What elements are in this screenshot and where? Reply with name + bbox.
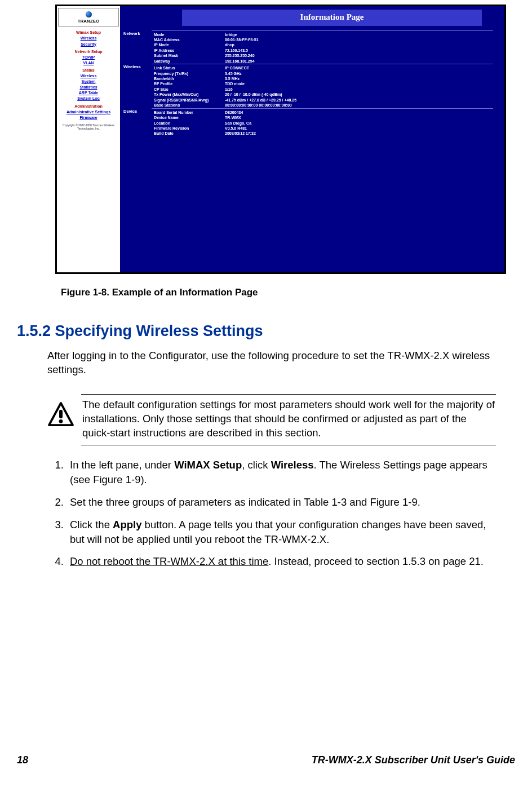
v-subnet: 255.255.255.240: [225, 53, 493, 58]
section-wireless-label: Wireless: [120, 64, 152, 70]
k-build: Build Date: [152, 131, 225, 136]
logo: TRANZEO: [58, 8, 119, 26]
nav-vlan[interactable]: VLAN: [58, 60, 119, 65]
warning-icon: [47, 401, 74, 428]
step-1: In the left pane, under WiMAX Setup, cli…: [66, 458, 497, 487]
step-2: Set the three groups of parameters as in…: [66, 495, 497, 510]
v-build: 2008/03/12 17:32: [225, 131, 493, 136]
k-bw: Bandwidth: [152, 76, 225, 81]
v-dname: TR-WMX: [225, 115, 493, 120]
screenshot-main: Information Page Network Modebridge MAC …: [120, 6, 504, 272]
k-cp: CP Size: [152, 87, 225, 92]
nav-head-wimax: Wimax Setup: [58, 30, 119, 35]
page-footer: 18 TR-WMX-2.X Subscriber Unit User's Gui…: [17, 754, 515, 767]
section-device-label: Device: [120, 108, 152, 114]
nav-tcpip[interactable]: TCP/IP: [58, 55, 119, 60]
nav-arp[interactable]: ARP Table: [58, 90, 119, 95]
nav-wireless2[interactable]: Wireless: [58, 73, 119, 78]
nav-wireless[interactable]: Wireless: [58, 36, 119, 41]
k-freq: Frequency (Tx/Rx): [152, 71, 225, 76]
k-sig: Signal (RSSI/CINR/SNR/Avrg): [152, 98, 225, 103]
v-freq: 3.45 GHz: [225, 71, 493, 76]
step-1d: Wireless: [271, 459, 314, 471]
v-txp: 20 / -10 / -10.0 dBm (-40 qdBm): [225, 92, 493, 97]
footer-page-number: 18: [17, 754, 28, 767]
k-dname: Device Name: [152, 115, 225, 120]
logo-icon: [86, 11, 92, 17]
steps-list: In the left pane, under WiMAX Setup, cli…: [51, 458, 497, 569]
step-1b: WiMAX Setup: [174, 459, 242, 471]
footer-doc-title: TR-WMX-2.X Subscriber Unit User's Guide: [312, 754, 515, 767]
step-4a: Do not reboot the TR-WMX-2.X at this tim…: [70, 555, 268, 567]
k-subnet: Subnet Mask: [152, 53, 225, 58]
k-fw: Firmware Revision: [152, 126, 225, 131]
step-3b: Apply: [113, 519, 141, 530]
step-4: Do not reboot the TR-WMX-2.X at this tim…: [66, 554, 497, 569]
nav-head-admin: Administration: [58, 104, 119, 109]
v-gateway: 192.168.101.254: [225, 59, 493, 64]
note-box: The default configuration settings for m…: [47, 394, 496, 445]
section-network: Network Modebridge MAC Address00:01:38:F…: [120, 30, 493, 64]
nav-head-status: Status: [58, 68, 119, 73]
k-loc: Location: [152, 121, 225, 126]
step-3a: Click the: [70, 519, 113, 530]
note-rule-bottom: [81, 445, 496, 445]
figure-caption: Figure 1-8. Example of an Information Pa…: [61, 286, 515, 299]
k-mac: MAC Address: [152, 37, 225, 42]
v-sig: -41.75 dBm / +27.0 dB / +29.25 / +40.25: [225, 98, 493, 103]
v-base: 00:00:00:00:00:00 00:00:00:00:00:00: [225, 103, 493, 108]
v-mode: bridge: [225, 32, 493, 37]
nav-firmware[interactable]: Firmware: [58, 115, 119, 120]
v-rf: TDD mode: [225, 81, 493, 86]
screenshot-sidebar: TRANZEO Wimax Setup Wireless Security Ne…: [57, 6, 120, 272]
k-ipaddr: IP Address: [152, 48, 225, 53]
nav-security[interactable]: Security: [58, 42, 119, 47]
v-ipmode: dhcp: [225, 42, 493, 47]
step-3: Click the Apply button. A page tells you…: [66, 518, 497, 547]
v-fw: V0.5.0 R481: [225, 126, 493, 131]
v-link: IP CONNECT: [225, 65, 493, 70]
section-device: Device Board Serial NumberD8200434 Devic…: [120, 108, 493, 136]
svg-point-2: [59, 419, 63, 423]
step-4b: . Instead, proceed to section 1.5.3 on p…: [268, 555, 484, 567]
section-heading: 1.5.2 Specifying Wireless Settings: [17, 321, 515, 341]
step-1a: In the left pane, under: [70, 459, 174, 471]
screenshot-figure: TRANZEO Wimax Setup Wireless Security Ne…: [55, 5, 506, 274]
logo-text: TRANZEO: [78, 19, 100, 24]
nav-syslog[interactable]: System Log: [58, 96, 119, 101]
v-serial: D8200434: [225, 110, 493, 115]
nav-system[interactable]: System: [58, 79, 119, 84]
v-cp: 1/16: [225, 87, 493, 92]
k-serial: Board Serial Number: [152, 110, 225, 115]
section-wireless: Wireless Link StatusIP CONNECT Frequency…: [120, 64, 493, 108]
nav-head-network: Network Setup: [58, 49, 119, 54]
note-text: The default configuration settings for m…: [82, 398, 496, 440]
section-network-label: Network: [120, 30, 152, 37]
v-bw: 3.5 MHz: [225, 76, 493, 81]
intro-paragraph: After logging in to the Configurator, us…: [47, 349, 496, 377]
info-page-title: Information Page: [182, 10, 482, 26]
k-rf: RF Profile: [152, 81, 225, 86]
v-mac: 00:01:38:FF:F8:51: [225, 37, 493, 42]
info-page-screenshot: TRANZEO Wimax Setup Wireless Security Ne…: [55, 5, 506, 274]
v-loc: San Diego, Ca: [225, 121, 493, 126]
k-txp: Tx Power (Max/Min/Cur): [152, 92, 225, 97]
v-ipaddr: 72.166.143.5: [225, 48, 493, 53]
k-link: Link Status: [152, 65, 225, 70]
step-1c: , click: [242, 459, 271, 471]
k-gateway: Gateway: [152, 59, 225, 64]
nav-copyright: Copyright © 2007-2008 Tranzeo Wireless T…: [58, 123, 119, 130]
nav-admin-settings[interactable]: Administrative Settings: [58, 109, 119, 114]
k-base: Base Stations: [152, 103, 225, 108]
nav-statistics[interactable]: Statistics: [58, 85, 119, 90]
k-mode: Mode: [152, 32, 225, 37]
svg-rect-1: [59, 410, 63, 418]
k-ipmode: IP Mode: [152, 42, 225, 47]
